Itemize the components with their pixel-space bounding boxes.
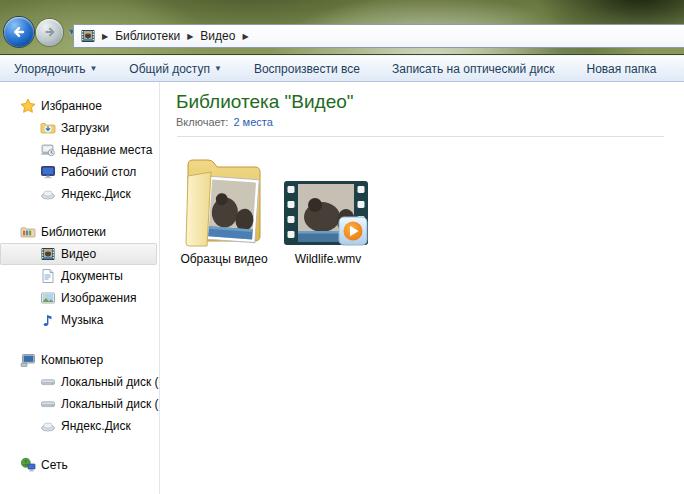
sidebar-item-label: Документы: [61, 269, 123, 283]
video-file-label: Wildlife.wmv: [295, 252, 362, 266]
sidebar-item-yandex-disk-computer[interactable]: Яндекс.Диск: [0, 415, 159, 437]
folder-label: Образцы видео: [180, 252, 267, 266]
burn-disc-label: Записать на оптический диск: [392, 62, 555, 76]
sidebar-item-pictures-library[interactable]: Изображения: [0, 287, 159, 309]
sidebar-item-music-library[interactable]: Музыка: [0, 309, 159, 331]
sidebar-item-recent-places[interactable]: Недавние места: [0, 139, 159, 161]
chevron-down-icon: ▼: [214, 64, 222, 73]
sidebar-item-label: Видео: [61, 247, 96, 261]
folder-tile-sample-videos[interactable]: Образцы видео: [176, 149, 272, 266]
yandex-disk-icon: [40, 418, 56, 434]
network-icon: [20, 457, 36, 473]
sidebar-item-yandex-disk[interactable]: Яндекс.Диск: [0, 183, 159, 205]
organize-label: Упорядочить: [14, 62, 85, 76]
recent-places-icon: [40, 142, 56, 158]
play-overlay-icon: [339, 217, 367, 245]
sidebar-item-local-disk-c[interactable]: Локальный диск (C:): [0, 371, 159, 393]
new-folder-button[interactable]: Новая папка: [586, 62, 656, 76]
organize-button[interactable]: Упорядочить ▼: [14, 62, 97, 76]
play-all-label: Воспроизвести все: [254, 62, 360, 76]
computer-icon: [20, 352, 36, 368]
file-list-pane: Библиотека "Видео" Включает:2 места: [160, 82, 684, 494]
yandex-disk-icon: [40, 186, 56, 202]
sidebar-item-label: Рабочий стол: [61, 165, 136, 179]
breadcrumb-chevron-icon[interactable]: ▶: [99, 32, 111, 41]
breadcrumb-item-libraries[interactable]: Библиотеки: [111, 25, 184, 47]
sidebar-item-label: Избранное: [41, 99, 102, 113]
sidebar-item-label: Музыка: [61, 313, 103, 327]
folder-icon: [183, 153, 265, 249]
sidebar-item-label: Загрузки: [61, 121, 109, 135]
share-button[interactable]: Общий доступ ▼: [129, 62, 222, 76]
burn-disc-button[interactable]: Записать на оптический диск: [392, 62, 555, 76]
forward-arrow-icon: [43, 25, 57, 39]
sidebar-item-label: Яндекс.Диск: [61, 419, 131, 433]
breadcrumb-chevron-icon[interactable]: ▶: [239, 32, 251, 41]
aero-glass-background: ▼ ▶ Библиотеки ▶ Видео ▶: [0, 0, 684, 55]
sidebar-item-libraries[interactable]: Библиотеки: [0, 221, 159, 243]
header-divider: [177, 136, 664, 137]
video-library-icon[interactable]: [77, 27, 99, 45]
video-file-icon: [284, 181, 372, 249]
sidebar-item-label: Локальный диск (D:): [61, 397, 160, 411]
sidebar-item-video-library[interactable]: Видео: [0, 243, 157, 265]
pictures-icon: [40, 290, 56, 306]
chevron-down-icon: ▼: [89, 64, 97, 73]
sidebar-item-computer[interactable]: Компьютер: [0, 349, 159, 371]
includes-label: Включает:: [176, 116, 228, 128]
includes-locations-link[interactable]: 2 места: [233, 116, 272, 128]
navigation-buttons: ▼: [4, 17, 76, 47]
window-body: Избранное Загрузки Недавние места Рабочи…: [0, 82, 684, 494]
music-icon: [40, 312, 56, 328]
sidebar-item-label: Компьютер: [41, 353, 103, 367]
back-button[interactable]: [4, 17, 34, 47]
library-includes-line: Включает:2 места: [176, 116, 684, 128]
sidebar-item-desktop[interactable]: Рабочий стол: [0, 161, 159, 183]
sidebar-item-label: Сеть: [41, 458, 68, 472]
sidebar-item-local-disk-d[interactable]: Локальный диск (D:): [0, 393, 159, 415]
forward-button[interactable]: [36, 19, 63, 46]
new-folder-label: Новая папка: [586, 62, 656, 76]
sidebar-item-label: Локальный диск (C:): [61, 375, 160, 389]
sidebar-item-network[interactable]: Сеть: [0, 454, 159, 476]
sidebar-item-documents-library[interactable]: Документы: [0, 265, 159, 287]
video-library-icon: [40, 246, 56, 262]
breadcrumb-item-video[interactable]: Видео: [196, 25, 239, 47]
sidebar-item-label: Яндекс.Диск: [61, 187, 131, 201]
items-grid: Образцы видео: [176, 149, 684, 266]
address-bar[interactable]: ▶ Библиотеки ▶ Видео ▶: [73, 24, 684, 48]
sidebar-section-gap: [0, 331, 159, 349]
sidebar-item-label: Недавние места: [61, 143, 152, 157]
sidebar-item-favorites[interactable]: Избранное: [0, 95, 159, 117]
explorer-window: { "chrome": { "breadcrumb": { "icon": "v…: [0, 0, 684, 494]
page-title: Библиотека "Видео": [176, 90, 684, 113]
share-label: Общий доступ: [129, 62, 210, 76]
video-file-tile-wildlife[interactable]: Wildlife.wmv: [280, 149, 376, 266]
sidebar-section-gap: [0, 437, 159, 454]
desktop-icon: [40, 164, 56, 180]
sidebar-item-label: Библиотеки: [41, 225, 106, 239]
command-toolbar: Упорядочить ▼ Общий доступ ▼ Воспроизвес…: [0, 55, 684, 82]
sidebar-item-downloads[interactable]: Загрузки: [0, 117, 159, 139]
hard-disk-icon: [40, 396, 56, 412]
hard-disk-icon: [40, 374, 56, 390]
sidebar-item-label: Изображения: [61, 291, 136, 305]
sidebar-section-gap: [0, 205, 159, 221]
navigation-pane: Избранное Загрузки Недавние места Рабочи…: [0, 82, 160, 494]
downloads-icon: [40, 120, 56, 136]
favorites-star-icon: [20, 98, 36, 114]
breadcrumb-chevron-icon[interactable]: ▶: [184, 32, 196, 41]
back-arrow-icon: [11, 24, 27, 40]
play-all-button[interactable]: Воспроизвести все: [254, 62, 360, 76]
libraries-icon: [20, 224, 36, 240]
documents-icon: [40, 268, 56, 284]
